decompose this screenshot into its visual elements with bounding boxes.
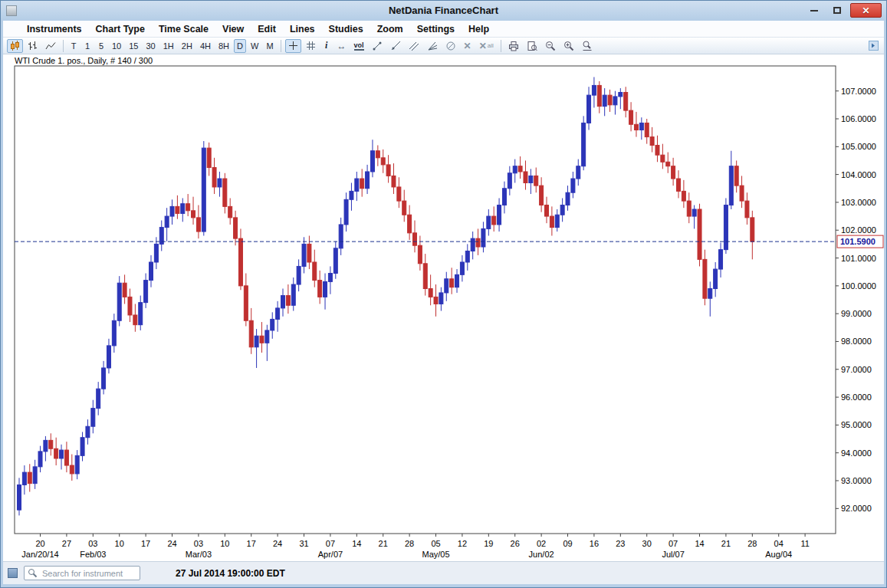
info-button[interactable]: i: [320, 39, 333, 53]
interval-4h-button[interactable]: 4H: [197, 39, 214, 53]
interval-1m-button[interactable]: 1: [81, 39, 94, 53]
zoom-in-button[interactable]: [560, 39, 577, 53]
svg-text:98.0000: 98.0000: [841, 337, 872, 346]
close-button[interactable]: ✕: [850, 3, 882, 18]
svg-text:17: 17: [247, 539, 256, 548]
bar-width-button[interactable]: ↔: [334, 39, 350, 53]
interval-2h-button[interactable]: 2H: [179, 39, 195, 53]
svg-text:104.0000: 104.0000: [841, 170, 876, 179]
interval-monthly-button[interactable]: M: [263, 39, 276, 53]
minimize-button[interactable]: [804, 3, 823, 18]
menu-chart-type[interactable]: Chart Type: [89, 22, 152, 36]
interval-tick-button[interactable]: T: [67, 39, 80, 53]
svg-text:May/05: May/05: [422, 550, 449, 559]
app-window: NetDania FinanceChart ✕ Instruments Char…: [0, 0, 887, 588]
svg-text:106.0000: 106.0000: [841, 114, 876, 123]
menu-lines[interactable]: Lines: [283, 22, 322, 36]
interval-8h-button[interactable]: 8H: [215, 39, 232, 53]
menu-bar: Instruments Chart Type Time Scale View E…: [3, 21, 884, 38]
svg-text:21: 21: [721, 539, 731, 548]
window-title: NetDania FinanceChart: [1, 5, 886, 16]
print-button[interactable]: [505, 39, 522, 53]
fan-lines-icon: [427, 41, 438, 51]
svg-text:30: 30: [642, 539, 652, 548]
line-chart-button[interactable]: [42, 39, 59, 53]
title-bar[interactable]: NetDania FinanceChart ✕: [1, 1, 886, 21]
delete-button[interactable]: ✕: [461, 39, 475, 53]
svg-text:Mar/03: Mar/03: [186, 550, 212, 559]
interval-daily-button[interactable]: D: [234, 39, 246, 53]
parallel-lines-button[interactable]: [406, 39, 422, 53]
zoom-out-button[interactable]: [542, 39, 559, 53]
app-icon: [6, 5, 17, 16]
svg-text:14: 14: [352, 539, 361, 548]
menu-edit[interactable]: Edit: [251, 22, 283, 36]
menu-view[interactable]: View: [215, 22, 251, 36]
print-preview-icon: [527, 41, 537, 51]
minimize-icon: [810, 10, 818, 11]
ohlc-bar-chart-button[interactable]: [25, 39, 41, 53]
interval-weekly-button[interactable]: W: [248, 39, 261, 53]
chart-plot[interactable]: 92.000093.000094.000095.000096.000097.00…: [3, 54, 885, 561]
svg-text:03: 03: [194, 539, 203, 548]
interval-1h-button[interactable]: 1H: [160, 39, 177, 53]
svg-text:11: 11: [800, 539, 809, 548]
menu-settings[interactable]: Settings: [410, 22, 462, 36]
search-icon: [28, 568, 38, 578]
svg-text:09: 09: [563, 539, 572, 548]
bar-width-icon: ↔: [337, 41, 347, 51]
chart-region: WTI Crude 1. pos., Daily, # 140 / 300 92…: [3, 54, 884, 561]
svg-text:19: 19: [484, 539, 493, 548]
candlestick-icon: [10, 41, 20, 51]
svg-text:05: 05: [431, 539, 440, 548]
toolbar-separator: [501, 40, 501, 52]
print-preview-button[interactable]: [524, 39, 540, 53]
ray-line-button[interactable]: [387, 39, 404, 53]
status-square-icon[interactable]: [8, 568, 18, 578]
svg-text:20: 20: [35, 539, 44, 548]
info-icon: i: [325, 40, 327, 51]
volume-button[interactable]: vol: [351, 39, 367, 53]
line-chart-icon: [45, 41, 56, 51]
maximize-button[interactable]: [827, 3, 846, 18]
instrument-search[interactable]: [24, 566, 140, 580]
delete-all-icon: ✕: [479, 41, 487, 51]
candlestick-chart-button[interactable]: [7, 39, 23, 53]
svg-text:95.0000: 95.0000: [841, 420, 872, 429]
panel-toggle-button[interactable]: [866, 39, 882, 53]
svg-text:16: 16: [590, 539, 599, 548]
svg-text:24: 24: [273, 539, 282, 548]
trendline-button[interactable]: [369, 39, 386, 53]
menu-help[interactable]: Help: [462, 22, 496, 36]
menu-time-scale[interactable]: Time Scale: [152, 22, 215, 36]
menu-studies[interactable]: Studies: [322, 22, 370, 36]
svg-text:10: 10: [115, 539, 124, 548]
interval-15m-button[interactable]: 15: [126, 39, 141, 53]
svg-text:26: 26: [511, 539, 520, 548]
grid-button[interactable]: [303, 39, 319, 53]
zoom-reset-button[interactable]: [579, 39, 596, 53]
interval-5m-button[interactable]: 5: [95, 39, 107, 53]
svg-text:02: 02: [537, 539, 546, 548]
toolbar-separator: [63, 40, 64, 52]
menu-zoom[interactable]: Zoom: [370, 22, 410, 36]
crosshair-button[interactable]: [285, 39, 301, 53]
grid-icon: [306, 41, 316, 51]
svg-text:Feb/03: Feb/03: [80, 550, 106, 559]
interval-10m-button[interactable]: 10: [109, 39, 124, 53]
svg-text:Jun/02: Jun/02: [529, 550, 554, 559]
panel-toggle-icon: [869, 41, 879, 51]
interval-30m-button[interactable]: 30: [143, 39, 159, 53]
zoom-in-icon: [563, 41, 574, 51]
menu-instruments[interactable]: Instruments: [20, 22, 89, 36]
svg-text:28: 28: [747, 539, 757, 548]
search-input[interactable]: [41, 568, 136, 579]
svg-text:103.0000: 103.0000: [841, 198, 876, 207]
fan-lines-button[interactable]: [424, 39, 441, 53]
delete-all-button[interactable]: ✕ all: [476, 39, 497, 53]
svg-text:101.5900: 101.5900: [840, 237, 876, 246]
remove-line-button[interactable]: [442, 39, 459, 53]
maximize-icon: [833, 7, 841, 14]
svg-text:14: 14: [695, 539, 704, 548]
svg-text:28: 28: [405, 539, 414, 548]
